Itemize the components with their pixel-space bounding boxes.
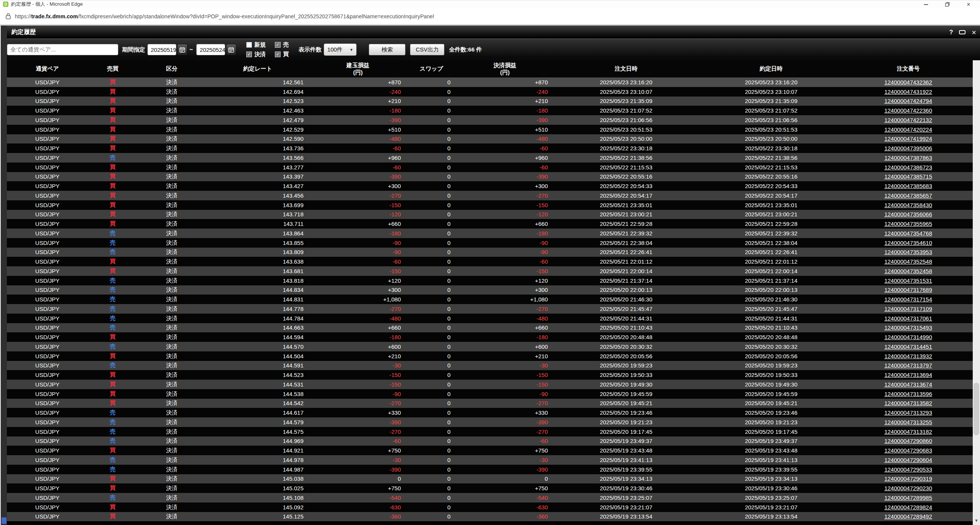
- checkbox-buy[interactable]: ✓: [275, 52, 281, 57]
- order-number-link[interactable]: 124000047352458: [884, 268, 932, 274]
- order-number-link[interactable]: 124000047355965: [884, 221, 932, 227]
- order-number-link[interactable]: 124000047314990: [884, 334, 932, 340]
- minimize-button[interactable]: [915, 0, 936, 8]
- table-row[interactable]: USD/JPY売決済144.987-3900-3902025/05/19 23:…: [7, 465, 973, 474]
- order-number-link[interactable]: 124000047314451: [884, 343, 932, 350]
- order-number-link[interactable]: 124000047290319: [884, 475, 932, 482]
- currency-pair-input[interactable]: 全ての通貨ペア...: [7, 44, 118, 55]
- order-number-link[interactable]: 124000047290230: [884, 485, 932, 491]
- table-row[interactable]: USD/JPY買決済142.529+5100+5102025/05/23 20:…: [7, 125, 973, 134]
- scrollbar-thumb[interactable]: [974, 383, 979, 435]
- order-number-link[interactable]: 124000047290860: [884, 438, 932, 444]
- table-row[interactable]: USD/JPY買決済144.594-1800-1802025/05/20 20:…: [7, 332, 973, 342]
- order-number-link[interactable]: 124000047395006: [884, 145, 932, 151]
- table-row[interactable]: USD/JPY買決済144.538-900-902025/05/20 19:45…: [7, 389, 973, 399]
- order-number-link[interactable]: 124000047313596: [884, 391, 932, 397]
- table-row[interactable]: USD/JPY売決済144.570+6000+6002025/05/20 20:…: [7, 342, 973, 351]
- lock-icon[interactable]: [5, 13, 11, 19]
- table-row[interactable]: USD/JPY売決済143.818+1200+1202025/05/21 21:…: [7, 276, 973, 285]
- filter-sell[interactable]: ✓ 売: [275, 41, 289, 48]
- order-number-link[interactable]: 124000047385683: [884, 183, 932, 189]
- table-row[interactable]: USD/JPY買決済143.699-1500-1502025/05/21 23:…: [7, 200, 973, 210]
- table-row[interactable]: USD/JPY買決済145.092-6300-6302025/05/19 23:…: [7, 502, 973, 512]
- checkbox-close[interactable]: ✓: [246, 52, 252, 57]
- order-number-link[interactable]: 124000047386723: [884, 164, 932, 171]
- close-button[interactable]: ×: [958, 0, 979, 8]
- table-row[interactable]: USD/JPY買決済145.025+7500+7502025/05/19 23:…: [7, 483, 973, 493]
- table-row[interactable]: USD/JPY買決済142.463-1800-1802025/05/23 21:…: [7, 106, 973, 115]
- csv-export-button[interactable]: CSV出力: [410, 44, 444, 55]
- order-number-link[interactable]: 124000047313694: [884, 372, 932, 378]
- table-row[interactable]: USD/JPY売決済144.617+3300+3302025/05/20 19:…: [7, 408, 973, 417]
- checkbox-sell[interactable]: ✓: [275, 42, 281, 48]
- address-bar[interactable]: https://trade.fx.dmm.com/fxcmdipresen/we…: [0, 8, 980, 26]
- panel-restore-icon[interactable]: [959, 30, 965, 34]
- checkbox-new[interactable]: [246, 42, 252, 48]
- date-from-input[interactable]: 20250519: [147, 44, 176, 55]
- order-number-link[interactable]: 124000047432362: [884, 79, 932, 85]
- order-number-link[interactable]: 124000047420224: [884, 126, 932, 133]
- table-row[interactable]: USD/JPY買決済144.531-1500-1502025/05/20 19:…: [7, 380, 973, 389]
- order-number-link[interactable]: 124000047422360: [884, 107, 932, 114]
- order-number-link[interactable]: 124000047289985: [884, 494, 932, 501]
- table-row[interactable]: USD/JPY買決済142.590-4800-4802025/05/23 20:…: [7, 134, 973, 144]
- order-number-link[interactable]: 124000047351531: [884, 277, 932, 284]
- order-number-link[interactable]: 124000047354610: [884, 240, 932, 246]
- order-number-link[interactable]: 124000047313932: [884, 353, 932, 359]
- order-number-link[interactable]: 124000047424794: [884, 98, 932, 104]
- order-number-link[interactable]: 124000047290683: [884, 447, 932, 454]
- table-row[interactable]: USD/JPY売決済144.579-3900-3902025/05/20 19:…: [7, 417, 973, 427]
- vertical-scrollbar[interactable]: ▼: [973, 60, 980, 525]
- table-row[interactable]: USD/JPY買決済142.561+8700+8702025/05/23 23:…: [7, 77, 973, 87]
- order-number-link[interactable]: 124000047290604: [884, 457, 932, 463]
- display-count-select[interactable]: 100件 ▼: [324, 43, 357, 56]
- table-row[interactable]: USD/JPY売決済143.566+9600+9602025/05/22 21:…: [7, 153, 973, 163]
- order-number-link[interactable]: 124000047315493: [884, 324, 932, 331]
- table-row[interactable]: USD/JPY売決済143.855-900-902025/05/21 22:38…: [7, 238, 973, 248]
- table-row[interactable]: USD/JPY買決済145.0380002025/05/19 23:34:132…: [7, 474, 973, 484]
- table-row[interactable]: USD/JPY売決済144.831+1,0800+1,0802025/05/20…: [7, 295, 973, 304]
- filter-close[interactable]: ✓ 決済: [246, 51, 266, 58]
- table-row[interactable]: USD/JPY売決済144.784-4800-4802025/05/20 21:…: [7, 314, 973, 323]
- table-row[interactable]: USD/JPY買決済144.542-2700-2702025/05/20 19:…: [7, 399, 973, 408]
- table-row[interactable]: USD/JPY売決済144.978-300-302025/05/19 23:41…: [7, 455, 973, 465]
- order-number-link[interactable]: 124000047358430: [884, 202, 932, 208]
- search-button[interactable]: 検索: [369, 44, 405, 55]
- filter-buy[interactable]: ✓ 買: [275, 51, 289, 58]
- calendar-to-button[interactable]: [226, 44, 236, 55]
- date-to-input[interactable]: 20250524: [196, 44, 225, 55]
- restore-button[interactable]: [936, 0, 958, 8]
- table-row[interactable]: USD/JPY買決済143.397-3900-3902025/05/22 20:…: [7, 172, 973, 182]
- order-number-link[interactable]: 124000047431922: [884, 89, 932, 95]
- panel-close-icon[interactable]: ×: [972, 29, 976, 36]
- order-number-link[interactable]: 124000047313797: [884, 362, 932, 369]
- order-number-link[interactable]: 124000047385715: [884, 173, 932, 180]
- table-row[interactable]: USD/JPY買決済143.681-1500-1502025/05/21 22:…: [7, 266, 973, 276]
- table-row[interactable]: USD/JPY買決済143.456-2700-2702025/05/22 20:…: [7, 191, 973, 200]
- order-number-link[interactable]: 124000047289824: [884, 504, 932, 511]
- order-number-link[interactable]: 124000047317689: [884, 287, 932, 293]
- order-number-link[interactable]: 124000047313182: [884, 428, 932, 435]
- calendar-from-button[interactable]: [177, 44, 187, 55]
- help-icon[interactable]: ?: [949, 29, 953, 36]
- order-number-link[interactable]: 124000047289492: [884, 513, 932, 520]
- table-row[interactable]: USD/JPY売決済144.969-600-602025/05/19 23:49…: [7, 436, 973, 446]
- order-number-link[interactable]: 124000047313293: [884, 409, 932, 416]
- table-row[interactable]: USD/JPY売決済144.834+3000+3002025/05/20 22:…: [7, 285, 973, 295]
- filter-new[interactable]: 新規: [246, 41, 266, 48]
- order-number-link[interactable]: 124000047313582: [884, 400, 932, 406]
- table-row[interactable]: USD/JPY買決済142.523+2100+2102025/05/23 21:…: [7, 97, 973, 106]
- table-row[interactable]: USD/JPY買決済144.504+2100+2102025/05/20 20:…: [7, 351, 973, 361]
- table-row[interactable]: USD/JPY売決済145.108-5400-5402025/05/19 23:…: [7, 493, 973, 502]
- table-row[interactable]: USD/JPY買決済145.125-3600-3602025/05/19 23:…: [7, 512, 973, 522]
- table-row[interactable]: USD/JPY買決済143.638-600-602025/05/21 22:01…: [7, 257, 973, 266]
- order-number-link[interactable]: 124000047290533: [884, 466, 932, 473]
- table-row[interactable]: USD/JPY売決済144.575-2700-2702025/05/20 19:…: [7, 427, 973, 436]
- table-row[interactable]: USD/JPY売決済144.778-2700-2702025/05/20 21:…: [7, 304, 973, 314]
- table-row[interactable]: USD/JPY買決済143.427+3000+3002025/05/22 20:…: [7, 181, 973, 191]
- order-number-link[interactable]: 124000047313674: [884, 381, 932, 388]
- table-row[interactable]: USD/JPY買決済143.711+6600+6602025/05/21 22:…: [7, 219, 973, 229]
- table-row[interactable]: USD/JPY買決済143.718-1200-1202025/05/21 23:…: [7, 210, 973, 219]
- order-number-link[interactable]: 124000047354768: [884, 230, 932, 237]
- order-number-link[interactable]: 124000047385657: [884, 192, 932, 199]
